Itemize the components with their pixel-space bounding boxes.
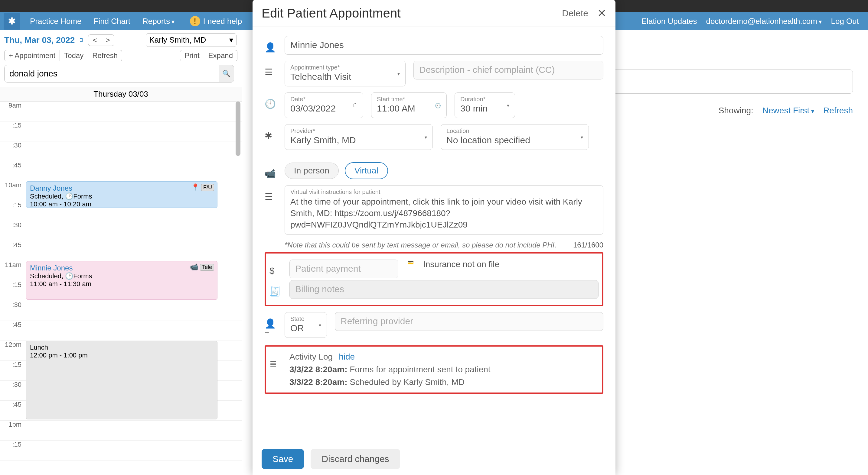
appointment-type-value: Telehealth Visit	[290, 72, 400, 82]
start-time-value: 11:00 AM	[377, 103, 441, 113]
state-field[interactable]: State OR ▾	[285, 312, 327, 338]
provider-field[interactable]: Provider* Karly Smith, MD ▾	[285, 124, 433, 150]
billing-notes-placeholder: Billing notes	[295, 284, 593, 294]
chevron-down-icon: ▾	[397, 71, 400, 76]
patient-payment-placeholder: Patient payment	[295, 264, 393, 274]
card-icon: 💳	[406, 260, 415, 265]
hide-log-link[interactable]: hide	[339, 352, 355, 362]
activity-log-highlight: ≣ Activity Log hide 3/3/22 8:20am: Forms…	[265, 345, 603, 394]
patient-value: Minnie Jones	[290, 40, 598, 50]
instructions-label: Virtual visit instructions for patient	[290, 189, 598, 196]
billing-icon: 🧾	[270, 280, 282, 297]
chevron-down-icon: ▾	[425, 134, 427, 140]
description-field[interactable]: Description - chief complaint (CC)	[413, 61, 603, 79]
patient-field[interactable]: Minnie Jones	[285, 36, 603, 55]
list-icon: ☰	[265, 61, 277, 77]
chevron-down-icon: ▾	[319, 322, 321, 328]
chevron-down-icon: ▾	[581, 134, 583, 140]
billing-notes-field[interactable]: Billing notes	[289, 280, 598, 299]
appointment-type-label: Appointment type*	[290, 64, 400, 71]
provider-label: Provider*	[290, 128, 427, 134]
log-timestamp: 3/3/22 8:20am:	[289, 365, 347, 374]
instructions-value: At the time of your appointment, click t…	[290, 196, 598, 230]
duration-label: Duration*	[460, 96, 509, 103]
date-field[interactable]: Date* 03/03/2022 🗓	[285, 93, 363, 118]
insurance-status: Insurance not on file	[423, 260, 499, 269]
notes-icon: ☰	[265, 185, 277, 202]
referring-provider-placeholder: Referring provider	[341, 316, 598, 326]
log-timestamp: 3/3/22 8:20am:	[289, 377, 347, 387]
state-value: OR	[290, 323, 321, 333]
chevron-down-icon: ▾	[507, 102, 509, 108]
referral-icon: 👤⁺	[265, 312, 277, 339]
dollar-icon: $	[270, 260, 282, 276]
location-value: No location specified	[446, 135, 583, 145]
instructions-field[interactable]: Virtual visit instructions for patient A…	[285, 185, 603, 235]
description-placeholder: Description - chief complaint (CC)	[419, 65, 598, 75]
phi-note: *Note that this could be sent by text me…	[285, 241, 557, 249]
activity-log-entry: 3/3/22 8:20am: Scheduled by Karly Smith,…	[289, 377, 598, 387]
save-button[interactable]: Save	[261, 449, 304, 469]
appointment-type-field[interactable]: Appointment type* Telehealth Visit ▾	[285, 61, 406, 87]
virtual-pill[interactable]: Virtual	[345, 162, 388, 179]
video-icon: 📹	[265, 162, 277, 179]
provider-value: Karly Smith, MD	[290, 135, 427, 145]
provider-icon: ✱	[265, 124, 277, 141]
date-value: 03/03/2022	[290, 103, 358, 113]
log-icon: ≣	[270, 352, 282, 369]
delete-button[interactable]: Delete	[562, 8, 588, 19]
modal-title: Edit Patient Appointment	[261, 6, 401, 21]
date-label: Date*	[290, 96, 358, 103]
log-text: Scheduled by Karly Smith, MD	[350, 377, 465, 387]
billing-highlight: $ Patient payment 💳 Insurance not on fil…	[265, 252, 603, 306]
clock-icon: 🕘	[435, 102, 441, 108]
duration-field[interactable]: Duration* 30 min ▾	[455, 93, 515, 118]
discard-button[interactable]: Discard changes	[311, 449, 400, 469]
location-field[interactable]: Location No location specified ▾	[441, 124, 589, 150]
referring-provider-field[interactable]: Referring provider	[335, 312, 603, 331]
calendar-icon: 🗓	[353, 103, 358, 108]
start-time-label: Start time*	[377, 96, 441, 103]
log-text: Forms for appointment sent to patient	[350, 365, 490, 374]
duration-value: 30 min	[460, 103, 509, 113]
location-label: Location	[446, 128, 583, 134]
patient-payment-field[interactable]: Patient payment	[289, 260, 398, 278]
state-label: State	[290, 315, 321, 323]
in-person-pill[interactable]: In person	[285, 163, 339, 179]
activity-log-entry: 3/3/22 8:20am: Forms for appointment sen…	[289, 365, 598, 374]
close-icon[interactable]: ✕	[597, 7, 607, 20]
clock-icon: 🕘	[265, 93, 277, 109]
edit-appointment-modal: Edit Patient Appointment Delete ✕ 👤 Minn…	[252, 0, 616, 475]
char-count: 161/1600	[573, 241, 603, 249]
start-time-field[interactable]: Start time* 11:00 AM 🕘	[371, 93, 447, 118]
activity-log-label: Activity Log	[289, 352, 333, 362]
person-icon: 👤	[265, 36, 277, 53]
